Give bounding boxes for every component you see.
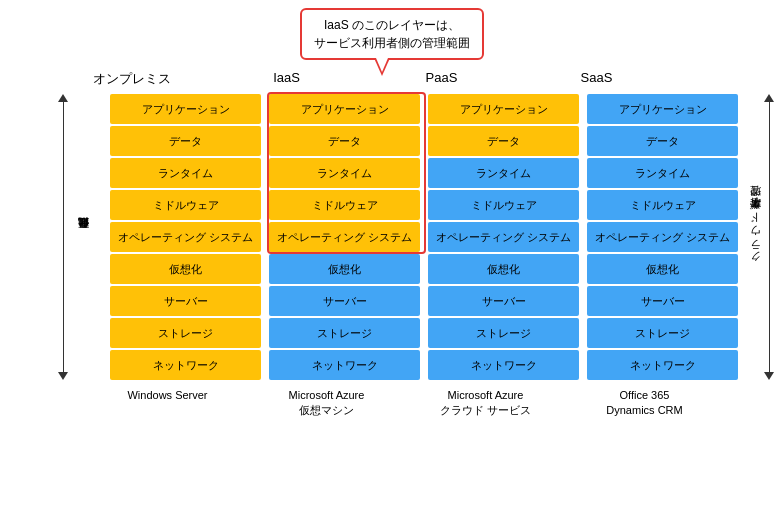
cell-iaas-row0: アプリケーション bbox=[269, 94, 420, 124]
cell-iaas-row4: オペレーティング システム bbox=[269, 222, 420, 252]
cell-saas-row2: ランタイム bbox=[587, 158, 738, 188]
cell-onpremises-row8: ネットワーク bbox=[110, 350, 261, 380]
right-label: クラウド事業者が管理 bbox=[748, 205, 763, 270]
col-saas: アプリケーションデータランタイムミドルウェアオペレーティング システム仮想化サー… bbox=[587, 94, 742, 380]
col-paas: アプリケーションデータランタイムミドルウェアオペレーティング システム仮想化サー… bbox=[428, 94, 583, 380]
callout-line1: IaaS のこのレイヤーは、 bbox=[324, 18, 460, 32]
cell-saas-row5: 仮想化 bbox=[587, 254, 738, 284]
cell-onpremises-row3: ミドルウェア bbox=[110, 190, 261, 220]
cell-paas-row1: データ bbox=[428, 126, 579, 156]
headers-row: オンプレミスIaaSPaaSSaaS bbox=[54, 70, 760, 88]
footer-label-0: Windows Server bbox=[90, 388, 245, 419]
cell-onpremises-row5: 仮想化 bbox=[110, 254, 261, 284]
cell-iaas-row5: 仮想化 bbox=[269, 254, 420, 284]
callout-box: IaaS のこのレイヤーは、 サービス利用者側の管理範囲 bbox=[300, 8, 484, 60]
footer-label-3: Office 365Dynamics CRM bbox=[567, 388, 722, 419]
cell-saas-row0: アプリケーション bbox=[587, 94, 738, 124]
cell-iaas-row2: ランタイム bbox=[269, 158, 420, 188]
col-header-3: SaaS bbox=[519, 70, 674, 88]
col-onpremises: アプリケーションデータランタイムミドルウェアオペレーティング システム仮想化サー… bbox=[110, 94, 265, 380]
footer-label-1: Microsoft Azure仮想マシン bbox=[249, 388, 404, 419]
footer-row: Windows ServerMicrosoft Azure仮想マシンMicros… bbox=[90, 388, 760, 419]
cell-onpremises-row6: サーバー bbox=[110, 286, 261, 316]
callout-line2: サービス利用者側の管理範囲 bbox=[314, 36, 470, 50]
cell-paas-row2: ランタイム bbox=[428, 158, 579, 188]
cell-paas-row4: オペレーティング システム bbox=[428, 222, 579, 252]
cell-onpremises-row1: データ bbox=[110, 126, 261, 156]
cell-iaas-row8: ネットワーク bbox=[269, 350, 420, 380]
cell-onpremises-row0: アプリケーション bbox=[110, 94, 261, 124]
footer-label-2: Microsoft Azureクラウド サービス bbox=[408, 388, 563, 419]
cell-onpremises-row7: ストレージ bbox=[110, 318, 261, 348]
cell-saas-row3: ミドルウェア bbox=[587, 190, 738, 220]
cell-paas-row6: サーバー bbox=[428, 286, 579, 316]
cell-saas-row7: ストレージ bbox=[587, 318, 738, 348]
col-header-1: IaaS bbox=[209, 70, 364, 88]
cell-saas-row4: オペレーティング システム bbox=[587, 222, 738, 252]
left-arrow-up bbox=[58, 94, 68, 102]
col-iaas: アプリケーションデータランタイムミドルウェアオペレーティング システム仮想化サー… bbox=[269, 94, 424, 380]
cell-paas-row3: ミドルウェア bbox=[428, 190, 579, 220]
cell-paas-row0: アプリケーション bbox=[428, 94, 579, 124]
cell-saas-row1: データ bbox=[587, 126, 738, 156]
cell-saas-row8: ネットワーク bbox=[587, 350, 738, 380]
cell-onpremises-row4: オペレーティング システム bbox=[110, 222, 261, 252]
main-container: IaaS のこのレイヤーは、 サービス利用者側の管理範囲 オンプレミスIaaSP… bbox=[0, 0, 780, 522]
right-arrow-up bbox=[764, 94, 774, 102]
cell-iaas-row1: データ bbox=[269, 126, 420, 156]
cell-paas-row5: 仮想化 bbox=[428, 254, 579, 284]
cell-iaas-row7: ストレージ bbox=[269, 318, 420, 348]
grid-area: アプリケーションデータランタイムミドルウェアオペレーティング システム仮想化サー… bbox=[110, 94, 742, 380]
left-arrow-down bbox=[58, 372, 68, 380]
cell-iaas-row3: ミドルウェア bbox=[269, 190, 420, 220]
cell-paas-row7: ストレージ bbox=[428, 318, 579, 348]
cell-paas-row8: ネットワーク bbox=[428, 350, 579, 380]
cell-onpremises-row2: ランタイム bbox=[110, 158, 261, 188]
cell-saas-row6: サーバー bbox=[587, 286, 738, 316]
cell-iaas-row6: サーバー bbox=[269, 286, 420, 316]
right-arrow-down bbox=[764, 372, 774, 380]
col-header-0: オンプレミス bbox=[54, 70, 209, 88]
